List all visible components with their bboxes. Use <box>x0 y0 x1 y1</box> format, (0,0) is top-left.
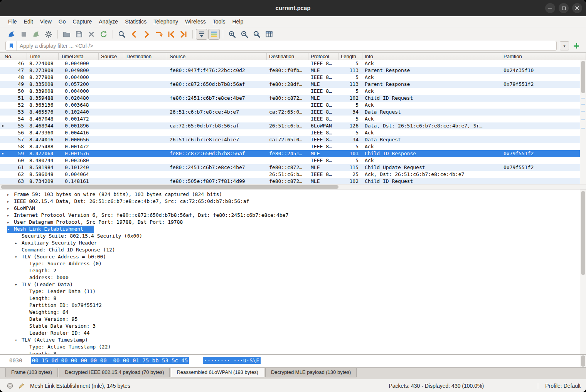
stop-capture-icon[interactable] <box>18 29 30 40</box>
expand-arrow-icon[interactable]: ▸ <box>7 205 14 212</box>
menu-statistics[interactable]: Statistics <box>121 17 150 26</box>
expand-arrow-icon[interactable]: ▸ <box>15 240 22 247</box>
scrollbar-thumb[interactable] <box>581 61 585 93</box>
go-last-packet-icon[interactable] <box>178 29 189 40</box>
detail-row[interactable]: ▸User Datagram Protocol, Src Port: 19788… <box>0 219 586 226</box>
tab-reassembled-6lowpan-193-bytes[interactable]: Reassembled 6LoWPAN (193 bytes) <box>171 368 264 377</box>
detail-row[interactable]: Partition ID: 0x79f551f2 <box>0 302 586 309</box>
menu-go[interactable]: Go <box>55 17 69 26</box>
menu-tools[interactable]: Tools <box>209 17 229 26</box>
detail-row[interactable]: ▸6LoWPAN <box>0 205 586 212</box>
expand-arrow-icon[interactable]: ▸ <box>7 198 14 205</box>
packet-row-56[interactable]: 568.4733600.004416IEEE 8…5Ack <box>0 129 586 136</box>
packet-row-53[interactable]: 538.4655760.10244026:51:c6:b7:e8:ce:4b:e… <box>0 109 586 116</box>
packet-row-47[interactable]: 478.2738080.049800fe80::947f:f476:22bc:c… <box>0 67 586 74</box>
packet-row-57[interactable]: 578.4740160.00065626:51:c6:b7:e8:ce:4b:e… <box>0 136 586 143</box>
detail-row[interactable]: Data Version: 95 <box>0 316 586 323</box>
column-header-destination-4[interactable]: Destination <box>124 53 167 60</box>
packet-row-54[interactable]: 548.4670480.001472IEEE 8…5Ack <box>0 116 586 122</box>
zoom-out-icon[interactable] <box>239 29 250 40</box>
scrollbar-thumb[interactable] <box>581 355 585 367</box>
capture-comment-icon[interactable] <box>17 381 26 390</box>
column-header-info-9[interactable]: Info <box>362 53 501 60</box>
go-next-packet-icon[interactable] <box>141 29 152 40</box>
detail-row[interactable]: Stable Data Version: 3 <box>0 323 586 330</box>
detail-row[interactable]: Security Suite: 802.15.4 Security (0x00) <box>0 233 586 240</box>
bytes-scrollbar[interactable] <box>580 355 586 367</box>
detail-row[interactable]: ▸Auxiliary Security Header <box>0 240 586 246</box>
expand-arrow-icon[interactable]: ▸ <box>7 212 14 219</box>
column-header-time-1[interactable]: Time <box>27 53 59 60</box>
packet-row-51[interactable]: 518.3594880.020480fe80::2451:c6b7:e8ce:4… <box>0 95 586 102</box>
packet-row-48[interactable]: 488.2778080.004000IEEE 8…5Ack <box>0 74 586 81</box>
menu-file[interactable]: File <box>5 17 20 26</box>
packet-row-61[interactable]: 618.5819840.101240fe80::2451:c6b7:e8ce:4… <box>0 164 586 171</box>
packet-row-58[interactable]: 588.4754880.001472IEEE 8…5Ack <box>0 143 586 150</box>
column-header-timedelta-2[interactable]: TimeDelta <box>59 53 99 60</box>
packet-row-55[interactable]: 558.4689440.001896ca:72:65:0d:b7:b8:56:a… <box>0 122 586 129</box>
add-filter-button-icon[interactable] <box>572 42 581 50</box>
column-header-destination-6[interactable]: Destination <box>267 53 308 60</box>
detail-row[interactable]: Leader Router ID: 44 <box>0 330 586 337</box>
collapse-arrow-icon[interactable]: ▾ <box>15 281 22 288</box>
scrollbar-thumb[interactable] <box>581 191 585 275</box>
menu-analyze[interactable]: Analyze <box>95 17 121 26</box>
go-to-packet-icon[interactable] <box>153 29 165 40</box>
zoom-in-icon[interactable] <box>226 29 238 40</box>
detail-row[interactable]: Address: b000 <box>0 274 586 281</box>
tab-decrypted-mle-payload-130-bytes[interactable]: Decrypted MLE payload (130 bytes) <box>265 368 357 377</box>
save-file-icon[interactable] <box>73 29 85 40</box>
detail-row[interactable]: Length: 8 <box>0 295 586 302</box>
filter-bookmark-icon[interactable] <box>6 41 17 50</box>
detail-row[interactable]: Type: Leader Data (11) <box>0 288 586 295</box>
tab-frame-103-bytes[interactable]: Frame (103 bytes) <box>5 368 58 377</box>
packet-row-63[interactable]: 638.7342090.148161fe80::505e:f807:7f81:4… <box>0 178 586 184</box>
hex-bytes-selected[interactable]: 00 15 0d 00 00 00 00 00 00 00 01 75 bb 5… <box>31 357 189 364</box>
detail-row[interactable]: Type: Active Timestamp (22) <box>0 343 586 350</box>
packet-row-59[interactable]: 598.4770640.001576fe80::c872:650d:b7b8:5… <box>0 150 586 157</box>
colorize-packets-icon[interactable] <box>208 29 220 40</box>
menu-wireless[interactable]: Wireless <box>182 17 209 26</box>
hex-ascii-selected[interactable]: ········ ···u·S\E <box>203 357 260 364</box>
packet-row-50[interactable]: 508.3390080.004000IEEE 8…5Ack <box>0 88 586 95</box>
resize-columns-icon[interactable] <box>263 29 275 40</box>
packet-row-46[interactable]: 468.2240080.004000IEEE 8…5Ack <box>0 60 586 67</box>
restart-capture-icon[interactable] <box>30 29 42 40</box>
go-first-packet-icon[interactable] <box>165 29 177 40</box>
packet-row-62[interactable]: 628.5860480.00406426:51:c6:b…IEEE 8…25Ac… <box>0 171 586 178</box>
menu-capture[interactable]: Capture <box>69 17 96 26</box>
packet-row-60[interactable]: 608.4807440.003680IEEE 8…5Ack <box>0 157 586 164</box>
close-icon[interactable] <box>572 3 582 13</box>
packet-row-52[interactable]: 528.3631360.003648IEEE 8…5Ack <box>0 102 586 109</box>
collapse-arrow-icon[interactable]: ▾ <box>7 226 14 233</box>
expand-arrow-icon[interactable]: ▸ <box>7 191 14 198</box>
menu-telephony[interactable]: Telephony <box>150 17 182 26</box>
find-packet-icon[interactable] <box>116 29 128 40</box>
details-scrollbar[interactable] <box>580 189 586 354</box>
open-file-icon[interactable] <box>61 29 72 40</box>
detail-row[interactable]: ▾Mesh Link Establishment <box>0 226 586 233</box>
packet-list-hscrollbar[interactable] <box>0 184 586 189</box>
detail-row[interactable]: Weighting: 64 <box>0 309 586 316</box>
minimize-icon[interactable] <box>545 3 555 13</box>
capture-options-icon[interactable] <box>43 29 54 40</box>
collapse-arrow-icon[interactable]: ▾ <box>15 337 22 344</box>
close-file-icon[interactable] <box>86 29 97 40</box>
expand-arrow-icon[interactable]: ▸ <box>7 219 14 226</box>
tab-decrypted-ieee-802-15-4-payload-70-bytes[interactable]: Decrypted IEEE 802.15.4 payload (70 byte… <box>59 368 170 377</box>
column-header-no-0[interactable]: No. <box>0 53 27 60</box>
column-header-protocol-7[interactable]: Protocol <box>308 53 338 60</box>
hex-line[interactable]: 003000 15 0d 00 00 00 00 00 00 00 01 75 … <box>0 355 586 364</box>
go-previous-packet-icon[interactable] <box>128 29 140 40</box>
zoom-original-icon[interactable]: 1:1 <box>251 29 263 40</box>
packet-list-scrollbar[interactable] <box>580 60 586 184</box>
filter-dropdown-icon[interactable]: ▾ <box>560 41 569 50</box>
menu-help[interactable]: Help <box>229 17 247 26</box>
detail-row[interactable]: Command: Child ID Response (12) <box>0 246 586 253</box>
detail-row[interactable]: Length: 8 <box>0 350 586 354</box>
detail-row[interactable]: ▸Frame 59: 103 bytes on wire (824 bits),… <box>0 191 586 198</box>
column-header-partition-10[interactable]: Partition <box>501 53 586 60</box>
display-filter-input[interactable]: Apply a display filter ... <Ctrl-/> <box>5 41 557 51</box>
column-header-source-3[interactable]: Source <box>99 53 124 60</box>
wireshark-start-icon[interactable] <box>6 29 17 40</box>
